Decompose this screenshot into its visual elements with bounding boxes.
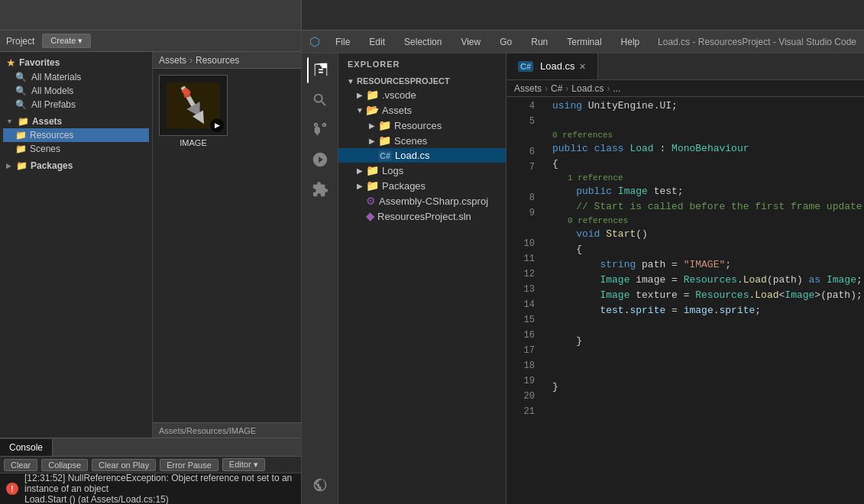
- console-tab[interactable]: Console: [0, 439, 53, 456]
- ln-9: 9: [506, 205, 535, 221]
- activity-explorer[interactable]: [307, 57, 333, 83]
- menu-view[interactable]: View: [457, 35, 484, 49]
- top-bar: [0, 0, 864, 31]
- scenes-label-vscode: Scenes: [394, 135, 427, 147]
- project-breadcrumb: Assets › Resources: [153, 52, 301, 69]
- tree-logs[interactable]: ▶ 📁 Logs: [338, 163, 506, 178]
- line-numbers: 4 5 6 6 7 8 8 9 10 10 11 12 13: [506, 97, 541, 504]
- code-hint-10: 0 references: [552, 215, 864, 227]
- packages-folder-icon: 📁: [16, 160, 28, 171]
- bc-more: ...: [613, 83, 620, 94]
- code-line-4: using UnityEngine.UI;: [552, 99, 864, 114]
- menu-go[interactable]: Go: [496, 35, 516, 49]
- scenes-item[interactable]: 📁 Scenes: [3, 142, 149, 156]
- tab-loadcs[interactable]: C# Load.cs ×: [506, 53, 598, 79]
- console-content: ! [12:31:52] NullReferenceException: Obj…: [0, 473, 301, 504]
- clear-on-play-button[interactable]: Clear on Play: [92, 459, 156, 471]
- breadcrumb-bar: Assets › C# › Load.cs › ...: [506, 80, 864, 97]
- code-hint-6: 0 references: [552, 129, 864, 141]
- ln-12: 12: [506, 267, 535, 282]
- all-models-item[interactable]: 🔍 All Models: [3, 84, 149, 98]
- menu-file[interactable]: File: [332, 35, 354, 49]
- error-message: NullReferenceException: Object reference…: [24, 473, 292, 494]
- tree-sln[interactable]: ◆ ResourcesProject.sln: [338, 208, 506, 224]
- tab-close-button[interactable]: ×: [580, 60, 586, 73]
- menu-terminal[interactable]: Terminal: [563, 35, 605, 49]
- vscode-top-bar: [302, 0, 864, 30]
- asset-image-item[interactable]: ▶ IMAGE: [159, 75, 228, 147]
- resources-folder-icon: 📁: [15, 130, 27, 141]
- error-time: [12:31:52]: [24, 473, 65, 483]
- code-line-9: // Start is called before the first fram…: [552, 199, 864, 215]
- menu-selection[interactable]: Selection: [400, 35, 445, 49]
- resources-item[interactable]: 📁 Resources: [3, 128, 149, 142]
- activity-bar: [302, 53, 338, 504]
- clear-button[interactable]: Clear: [4, 459, 37, 471]
- vscode-folder-label: .vscode: [382, 89, 416, 101]
- resources-label-vscode: Resources: [394, 120, 442, 131]
- activity-scm[interactable]: [307, 117, 333, 143]
- tree-vscode[interactable]: ▶ 📁 .vscode: [338, 87, 506, 102]
- bc-cs: C#: [551, 83, 562, 94]
- assets-label: Assets: [32, 116, 62, 127]
- favorites-group[interactable]: ★ Favorites: [3, 55, 149, 70]
- packages-group[interactable]: ▶ 📁 Packages: [3, 159, 149, 173]
- breadcrumb-assets: Assets: [159, 55, 186, 66]
- csproj-icon: ⚙: [366, 195, 376, 207]
- code-line-21: [552, 395, 864, 410]
- ln-19: 19: [506, 373, 535, 389]
- vscode-titlebar: ⬡ File Edit Selection View Go Run Termin…: [302, 31, 864, 53]
- menu-help[interactable]: Help: [617, 35, 644, 49]
- code-line-19: [552, 364, 864, 380]
- activity-remote[interactable]: [307, 472, 333, 498]
- create-button[interactable]: Create ▾: [42, 34, 91, 48]
- assets-folder-icon: 📁: [18, 116, 29, 127]
- code-line-13: Image image = Resources.Load(path) as Im…: [552, 273, 864, 288]
- packages-label: Packages: [31, 160, 73, 171]
- activity-search[interactable]: [307, 87, 333, 113]
- all-prefabs-item[interactable]: 🔍 All Prefabs: [3, 98, 149, 111]
- tree-loadcs[interactable]: C# Load.cs: [338, 148, 506, 163]
- unity-project: Assets › Resources: [153, 52, 301, 438]
- code-line-17: }: [552, 334, 864, 349]
- vscode-explorer-sidebar: EXPLORER ▼ RESOURCESPROJECT ▶ 📁 .vscode: [338, 53, 506, 504]
- assets-group[interactable]: ▼ 📁 Assets: [3, 115, 149, 128]
- ln-18: 18: [506, 358, 535, 373]
- asset-label: IMAGE: [180, 138, 206, 147]
- sln-icon: ◆: [366, 210, 374, 222]
- tree-csproj[interactable]: ⚙ Assembly-CSharp.csproj: [338, 193, 506, 208]
- code-editor: 4 5 6 6 7 8 8 9 10 10 11 12 13: [506, 97, 864, 504]
- tree-root[interactable]: ▼ RESOURCESPROJECT: [338, 75, 506, 87]
- error-detail: Load.Start () (at Assets/Load.cs:15): [24, 494, 169, 504]
- activity-extensions[interactable]: [307, 176, 333, 202]
- bc-sep2: ›: [565, 83, 568, 94]
- assets-folder-arrow: ▼: [354, 106, 366, 115]
- activity-debug[interactable]: [307, 147, 333, 173]
- unity-main: ★ Favorites 🔍 All Materials 🔍 All Models: [0, 52, 301, 438]
- tab-label: Load.cs: [540, 60, 575, 72]
- ln-11: 11: [506, 251, 535, 267]
- menu-run[interactable]: Run: [527, 35, 552, 49]
- unity-hierarchy: ★ Favorites 🔍 All Materials 🔍 All Models: [0, 52, 153, 438]
- search-icon-sm3: 🔍: [15, 99, 27, 110]
- sidebar-tree: ▼ RESOURCESPROJECT ▶ 📁 .vscode ▼ 📂: [338, 75, 506, 504]
- tree-scenes[interactable]: ▶ 📁 Scenes: [338, 133, 506, 148]
- error-pause-button[interactable]: Error Pause: [160, 459, 218, 471]
- all-models-label: All Models: [31, 86, 73, 96]
- all-materials-item[interactable]: 🔍 All Materials: [3, 70, 149, 84]
- vscode-logo: ⬡: [309, 34, 320, 49]
- editor-dropdown-button[interactable]: Editor ▾: [222, 458, 265, 471]
- menu-edit[interactable]: Edit: [365, 35, 389, 49]
- favorites-label: Favorites: [19, 57, 60, 68]
- ln-4: 4: [506, 99, 535, 114]
- bc-assets: Assets: [514, 83, 542, 94]
- collapse-button[interactable]: Collapse: [41, 459, 88, 471]
- tree-packages[interactable]: ▶ 📁 Packages: [338, 178, 506, 193]
- tree-assets[interactable]: ▼ 📂 Assets: [338, 102, 506, 118]
- assets-label-vscode: Assets: [382, 105, 412, 116]
- code-content[interactable]: using UnityEngine.UI; 0 references publi…: [541, 97, 864, 504]
- all-prefabs-label: All Prefabs: [31, 99, 76, 110]
- error-icon: !: [6, 483, 18, 495]
- vscode-body: EXPLORER ▼ RESOURCESPROJECT ▶ 📁 .vscode: [302, 53, 864, 504]
- tree-resources[interactable]: ▶ 📁 Resources: [338, 118, 506, 133]
